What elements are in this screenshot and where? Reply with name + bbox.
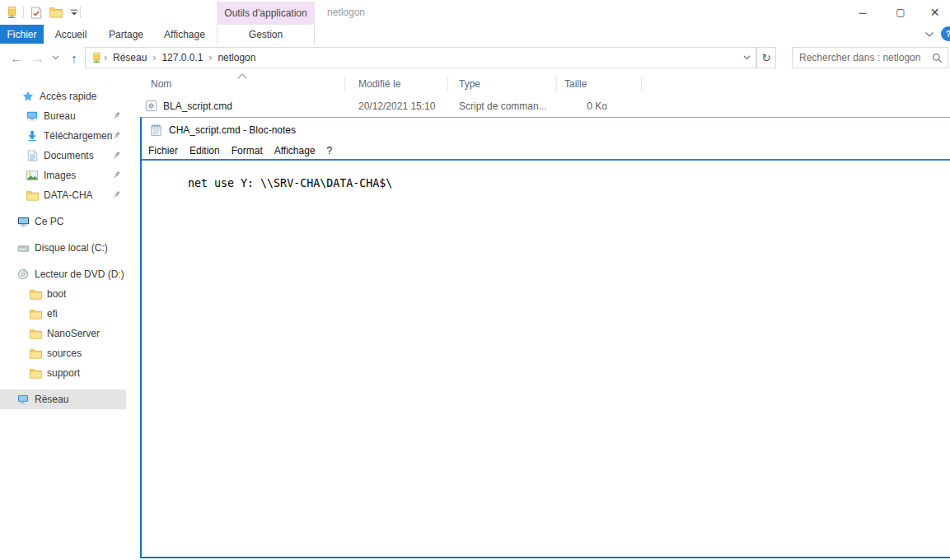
maximize-button[interactable]: ▢ <box>882 0 920 25</box>
notepad-title-bar[interactable]: CHA_script.cmd - Bloc-notes <box>142 118 950 142</box>
dvd-drive-icon <box>16 268 30 280</box>
hard-drive-icon <box>16 244 30 253</box>
breadcrumb-netlogon[interactable]: netlogon <box>213 52 260 63</box>
recent-locations-dropdown[interactable] <box>48 47 63 68</box>
close-icon: ✕ <box>930 6 940 19</box>
notepad-menu-edition[interactable]: Edition <box>184 145 226 156</box>
tab-accueil[interactable]: Accueil <box>49 25 92 44</box>
sidebar-item-lecteur-dvd[interactable]: Lecteur de DVD (D:) S <box>0 264 126 284</box>
crumb-separator-icon: › <box>102 52 109 63</box>
sidebar-item-nanoserver[interactable]: NanoServer <box>0 324 126 343</box>
column-header-taille[interactable]: Taille <box>564 78 587 91</box>
sidebar-item-acces-rapide[interactable]: Accès rapide <box>0 86 126 106</box>
breadcrumb-host[interactable]: 127.0.0.1 <box>157 52 207 63</box>
sidebar-item-boot[interactable]: boot <box>0 284 126 304</box>
tab-affichage[interactable]: Affichage <box>157 25 213 44</box>
help-button[interactable]: ? <box>941 26 950 41</box>
folder-icon <box>28 289 43 300</box>
computer-icon <box>16 217 30 227</box>
forward-button[interactable]: → <box>28 47 48 68</box>
minimize-button[interactable]: ─ <box>844 0 882 25</box>
sidebar-item-label: sources <box>47 348 126 359</box>
pin-icon <box>112 131 121 140</box>
sidebar-item-label: Téléchargements <box>44 130 113 142</box>
column-separator[interactable] <box>641 76 642 92</box>
minimize-icon: ─ <box>859 7 866 19</box>
sidebar-item-label: Lecteur de DVD (D:) S <box>35 268 126 280</box>
tab-partage[interactable]: Partage <box>101 25 152 44</box>
sidebar-item-efi[interactable]: efi <box>0 304 126 324</box>
sidebar-item-label: Réseau <box>35 394 126 405</box>
column-header-modifie-le[interactable]: Modifié le <box>358 78 400 91</box>
sidebar-item-images[interactable]: Images <box>0 166 126 185</box>
file-row-bla-script[interactable]: BLA_script.cmd 20/12/2021 15:10 Script d… <box>140 96 643 116</box>
sidebar-item-support[interactable]: support <box>0 363 126 383</box>
chevron-down-icon <box>52 55 59 60</box>
notepad-menu-bar: Fichier Edition Format Affichage ? <box>142 142 950 159</box>
sidebar-item-documents[interactable]: Documents <box>0 146 126 166</box>
qat-separator <box>23 7 24 18</box>
shared-folder-icon <box>91 52 102 63</box>
folder-icon <box>49 7 63 18</box>
refresh-icon: ↻ <box>761 51 771 64</box>
notepad-text-area[interactable]: net use Y: \\SRV-CHA\DATA-CHA$\ <box>142 161 950 557</box>
sidebar-item-bureau[interactable]: Bureau <box>0 106 126 126</box>
folder-icon <box>28 348 43 359</box>
address-history-dropdown[interactable] <box>737 55 756 60</box>
up-arrow-icon: ↑ <box>71 51 77 65</box>
column-header-nom[interactable]: Nom <box>151 78 171 91</box>
sidebar-item-label: support <box>47 367 126 379</box>
tab-fichier[interactable]: Fichier <box>0 25 44 44</box>
notepad-icon <box>150 124 162 137</box>
qat-new-folder-button[interactable] <box>48 5 64 20</box>
folder-icon <box>28 309 43 320</box>
window-system-icon[interactable] <box>3 5 20 20</box>
crumb-separator-icon: › <box>151 52 157 63</box>
sidebar-item-telechargements[interactable]: Téléchargements <box>0 126 126 146</box>
column-header-type[interactable]: Type <box>459 78 480 91</box>
refresh-button[interactable]: ↻ <box>756 47 776 68</box>
back-button[interactable]: ← <box>7 47 26 68</box>
sidebar-item-label: Ce PC <box>35 216 126 227</box>
folder-icon <box>28 329 43 339</box>
properties-check-icon <box>30 7 42 19</box>
sidebar-item-label: Disque local (C:) <box>35 242 126 254</box>
ribbon-tab-row: Fichier Accueil Partage Affichage Gestio… <box>0 25 950 44</box>
breadcrumb-reseau[interactable]: Réseau <box>109 52 151 63</box>
close-button[interactable]: ✕ <box>920 0 950 25</box>
notepad-menu-aide[interactable]: ? <box>321 145 339 156</box>
up-button[interactable]: ↑ <box>64 47 84 68</box>
tab-gestion[interactable]: Gestion <box>217 25 315 44</box>
download-arrow-icon <box>25 130 40 142</box>
qat-properties-button[interactable] <box>28 5 44 20</box>
tab-gestion-label: Gestion <box>249 29 283 40</box>
tools-group-label: Outils d'application <box>224 7 307 19</box>
pin-icon <box>112 190 121 199</box>
crumb-separator-icon: › <box>207 52 213 63</box>
notepad-text: net use Y: \\SRV-CHA\DATA-CHA$\ <box>188 177 392 189</box>
search-input[interactable] <box>793 49 927 66</box>
tools-group-tab[interactable]: Outils d'application <box>217 2 315 25</box>
notepad-menu-fichier[interactable]: Fichier <box>143 145 184 156</box>
column-separator[interactable] <box>447 76 448 92</box>
notepad-menu-format[interactable]: Format <box>226 145 269 156</box>
qat-separator <box>80 7 81 18</box>
explorer-window: Outils d'application netlogon ─ ▢ ✕ Fich… <box>0 0 950 560</box>
window-title: netlogon <box>327 0 365 25</box>
column-separator[interactable] <box>344 76 345 92</box>
sidebar-item-data-cha[interactable]: DATA-CHA <box>0 185 126 205</box>
forward-arrow-icon: → <box>32 51 44 65</box>
tab-accueil-label: Accueil <box>55 29 87 40</box>
address-bar[interactable]: › Réseau › 127.0.0.1 › netlogon <box>85 47 756 68</box>
notepad-title: CHA_script.cmd - Bloc-notes <box>169 124 296 136</box>
sidebar-item-ce-pc[interactable]: Ce PC <box>0 212 126 231</box>
expand-ribbon-button[interactable] <box>924 31 934 38</box>
sidebar-item-sources[interactable]: sources <box>0 343 126 363</box>
sidebar-item-reseau[interactable]: Réseau <box>0 390 126 409</box>
pictures-icon <box>25 170 40 180</box>
notepad-menu-affichage[interactable]: Affichage <box>269 145 321 156</box>
search-icon[interactable] <box>927 53 948 63</box>
sidebar-item-label: boot <box>47 288 126 300</box>
column-separator[interactable] <box>556 76 557 92</box>
sidebar-item-disque-local-c[interactable]: Disque local (C:) <box>0 238 126 258</box>
